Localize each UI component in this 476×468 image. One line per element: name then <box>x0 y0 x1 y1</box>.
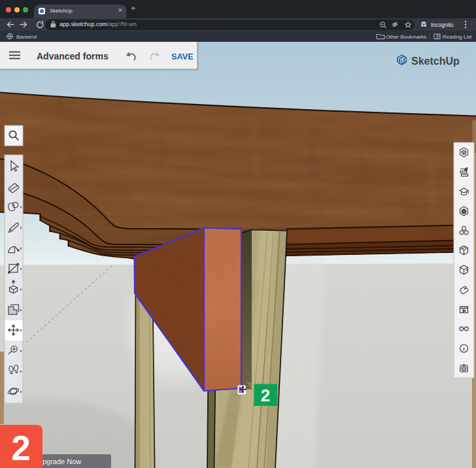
svg-text:SketchUp: SketchUp <box>411 56 460 67</box>
svg-text:2: 2 <box>11 429 30 467</box>
svg-text:Advanced forms: Advanced forms <box>37 51 109 61</box>
svg-text:Other Bookmarks: Other Bookmarks <box>386 34 426 40</box>
svg-text:Upgrade Now: Upgrade Now <box>37 458 81 465</box>
svg-text:Backend: Backend <box>16 34 37 40</box>
svg-text:Incognito: Incognito <box>431 22 454 28</box>
svg-text:SAVE: SAVE <box>171 52 194 61</box>
svg-text:2: 2 <box>261 386 270 405</box>
svg-text:Reading List: Reading List <box>443 34 472 40</box>
